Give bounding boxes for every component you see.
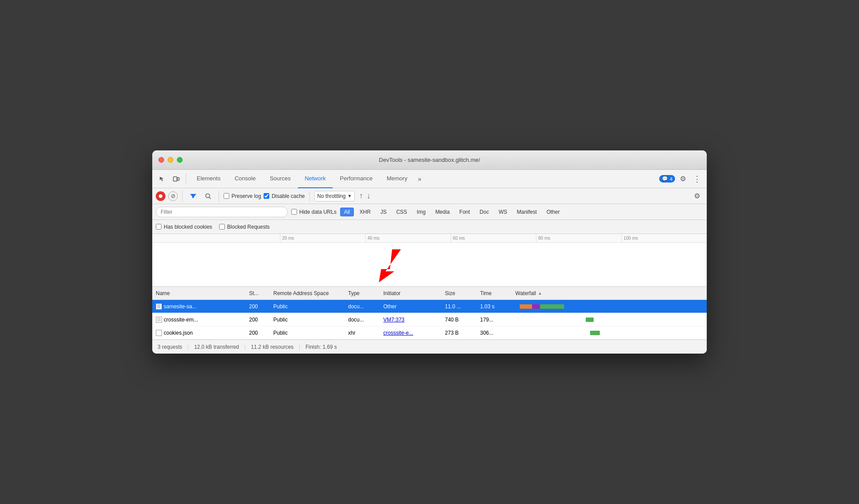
- waterfall-bar-green: [540, 304, 564, 309]
- filter-tag-font[interactable]: Font: [455, 208, 474, 216]
- filter-input[interactable]: [156, 207, 288, 217]
- ruler-mark-2: 40 ms: [365, 234, 451, 243]
- filter-tag-manifest[interactable]: Manifest: [513, 208, 541, 216]
- svg-point-2: [159, 194, 162, 198]
- waterfall-bar-green-2: [586, 318, 594, 322]
- toolbar-right: 💬 4 ⚙ ⋮: [659, 173, 703, 185]
- hide-data-urls-input[interactable]: [291, 209, 297, 215]
- row-icon-3: [156, 330, 162, 336]
- settings-button[interactable]: ⚙: [677, 173, 689, 185]
- svg-rect-0: [173, 177, 177, 181]
- row-waterfall-2: [515, 318, 707, 322]
- header-status[interactable]: St...: [249, 290, 273, 296]
- filter-toggle-button[interactable]: [187, 190, 199, 202]
- filter-tag-other[interactable]: Other: [543, 208, 564, 216]
- preserve-log-input[interactable]: [224, 193, 229, 199]
- row-icon-1: [156, 303, 162, 310]
- blocked-requests-checkbox[interactable]: Blocked Requests: [219, 224, 270, 230]
- filter-tag-js[interactable]: JS: [376, 208, 390, 216]
- second-toolbar-divider-1: [182, 191, 183, 201]
- search-button[interactable]: [202, 190, 214, 202]
- network-table: Name St... Remote Address Space Type Ini…: [152, 287, 707, 340]
- toolbar-divider-1: [186, 174, 186, 184]
- devtools-window: DevTools - samesite-sandbox.glitch.me/ E…: [152, 150, 707, 354]
- sort-icon: ▲: [538, 291, 542, 296]
- inspect-element-button[interactable]: [156, 173, 168, 185]
- row-name-cell-2: crosssite-em...: [152, 317, 249, 323]
- has-blocked-cookies-checkbox[interactable]: Has blocked cookies: [156, 224, 212, 230]
- filter-tag-media[interactable]: Media: [431, 208, 454, 216]
- table-row[interactable]: cookies.json 200 Public xhr crosssite-e.…: [152, 326, 707, 340]
- tab-memory[interactable]: Memory: [380, 170, 415, 188]
- device-toggle-button[interactable]: [170, 173, 182, 185]
- row-waterfall-1: [515, 304, 707, 309]
- row-remote-2: Public: [273, 317, 348, 323]
- svg-marker-5: [379, 249, 401, 282]
- tab-more-button[interactable]: »: [415, 170, 425, 188]
- maximize-button[interactable]: [177, 157, 183, 163]
- second-toolbar-divider-2: [219, 191, 219, 201]
- header-name[interactable]: Name: [152, 290, 249, 296]
- ruler-mark-1: 20 ms: [280, 234, 365, 243]
- download-icon[interactable]: ↓: [367, 191, 371, 201]
- filter-tag-xhr[interactable]: XHR: [356, 208, 374, 216]
- header-waterfall[interactable]: Waterfall ▲: [515, 290, 707, 296]
- top-toolbar: Elements Console Sources Network Perform…: [152, 170, 707, 188]
- svg-line-4: [209, 197, 211, 199]
- console-badge[interactable]: 💬 4: [659, 175, 675, 183]
- row-remote-3: Public: [273, 330, 348, 336]
- throttle-select[interactable]: No throttling ▼: [314, 191, 355, 201]
- tab-network[interactable]: Network: [298, 170, 333, 188]
- row-size-1: 11.0 ...: [445, 303, 480, 310]
- row-initiator-link-3[interactable]: crosssite-e...: [383, 330, 413, 336]
- filter-tag-ws[interactable]: WS: [495, 208, 511, 216]
- preserve-log-checkbox[interactable]: Preserve log: [224, 193, 261, 199]
- row-type-3: xhr: [348, 330, 383, 336]
- row-initiator-link-2[interactable]: VM7:373: [383, 317, 404, 323]
- filter-tag-doc[interactable]: Doc: [476, 208, 493, 216]
- table-row[interactable]: crosssite-em... 200 Public docu... VM7:3…: [152, 313, 707, 326]
- row-name-3: cookies.json: [164, 330, 193, 336]
- header-size[interactable]: Size: [445, 290, 480, 296]
- svg-point-3: [206, 194, 210, 197]
- clear-button[interactable]: ⊘: [168, 191, 178, 201]
- hide-data-urls-checkbox[interactable]: Hide data URLs: [291, 209, 337, 215]
- row-status-1: 200: [249, 303, 273, 310]
- ruler-mark-3: 60 ms: [451, 234, 536, 243]
- row-time-3: 306...: [480, 330, 515, 336]
- row-name-cell-1: samesite-sa...: [152, 303, 249, 310]
- row-status-2: 200: [249, 317, 273, 323]
- row-icon-2: [156, 317, 162, 323]
- record-button[interactable]: [156, 191, 165, 201]
- filter-tag-css[interactable]: CSS: [392, 208, 411, 216]
- status-bar: 3 requests | 12.0 kB transferred | 11.2 …: [152, 340, 707, 354]
- status-resources: 11.2 kB resources: [251, 344, 294, 350]
- filter-tag-all[interactable]: All: [340, 208, 354, 216]
- row-type-1: docu...: [348, 303, 383, 310]
- minimize-button[interactable]: [168, 157, 173, 163]
- filter-input-wrap: [156, 207, 288, 217]
- disable-cache-input[interactable]: [264, 193, 269, 199]
- ruler-mark-4: 80 ms: [536, 234, 621, 243]
- tab-console[interactable]: Console: [228, 170, 263, 188]
- filter-tag-img[interactable]: Img: [413, 208, 430, 216]
- header-initiator[interactable]: Initiator: [383, 290, 445, 296]
- header-time[interactable]: Time: [480, 290, 515, 296]
- header-type[interactable]: Type: [348, 290, 383, 296]
- network-settings-button[interactable]: ⚙: [691, 190, 703, 202]
- close-button[interactable]: [158, 157, 164, 163]
- upload-icon[interactable]: ↑: [359, 191, 363, 201]
- row-time-2: 179...: [480, 317, 515, 323]
- ruler-mark-5: 100 ms: [621, 234, 707, 243]
- blocked-requests-input[interactable]: [219, 224, 225, 230]
- has-blocked-cookies-input[interactable]: [156, 224, 162, 230]
- disable-cache-checkbox[interactable]: Disable cache: [264, 193, 305, 199]
- row-initiator-2: VM7:373: [383, 317, 445, 323]
- tab-elements[interactable]: Elements: [190, 170, 228, 188]
- table-row[interactable]: samesite-sa... 200 Public docu... Other …: [152, 300, 707, 313]
- tab-performance[interactable]: Performance: [333, 170, 379, 188]
- more-options-button[interactable]: ⋮: [691, 173, 703, 185]
- tab-sources[interactable]: Sources: [263, 170, 298, 188]
- second-toolbar-divider-3: [309, 191, 310, 201]
- header-remote[interactable]: Remote Address Space: [273, 290, 348, 296]
